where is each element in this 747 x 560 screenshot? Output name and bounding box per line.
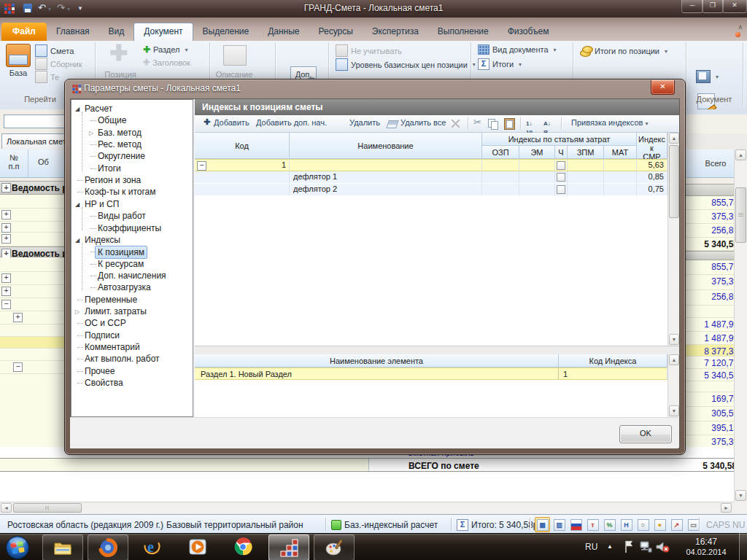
unlink-icon[interactable] [452,118,460,129]
expand-icon[interactable]: + [1,273,11,283]
col-mat-header[interactable]: МАТ [604,146,637,159]
expand-icon[interactable]: + [1,210,11,219]
tab-Экспертиза[interactable]: Экспертиза [363,23,428,41]
scroll-up-icon[interactable]: ▲ [669,133,679,144]
expand-icon[interactable]: + [1,234,11,244]
section-button[interactable]: ✚ Раздел ▾ [143,44,187,55]
element-row-name[interactable]: Раздел 1. Новый Раздел [195,368,559,380]
tree-expanded-icon[interactable]: ◢ [75,235,80,246]
dialog-close-button[interactable]: ✕ [651,80,675,95]
col-element-name-header[interactable]: Наименование элемента [195,354,559,368]
tree-item-Округление[interactable]: Округление [71,150,193,162]
tab-Выделение[interactable]: Выделение [193,23,259,41]
index-row-cell[interactable] [195,184,290,196]
scroll-down-icon[interactable]: ▼ [669,334,679,345]
col-smr-header[interactable]: Индекс кСМР [637,133,667,159]
grid-scroll-thumb[interactable] [669,145,679,218]
scroll-down-icon[interactable]: ▼ [669,405,679,416]
ie-icon[interactable]: e [133,534,172,559]
col-code-header[interactable]: Код [195,133,290,159]
col-ozp-header[interactable]: ОЗП [482,146,519,159]
tree-collapsed-icon[interactable]: ▷ [75,306,80,318]
col-group-header[interactable]: Индексы по статьям затрат [482,133,637,146]
network-icon[interactable] [639,540,652,555]
description-icon[interactable] [223,45,247,66]
close-button[interactable]: ✕ [722,0,747,13]
action-center-flag-icon[interactable] [623,540,635,556]
checkbox[interactable] [557,161,565,170]
index-row-cell[interactable] [555,171,568,184]
paste-icon[interactable] [504,118,515,131]
checkbox[interactable] [557,185,565,194]
tree-collapsed-icon[interactable]: ▷ [89,128,93,139]
clock-time[interactable]: 16:47 [683,537,729,547]
base-price-level-button[interactable]: Уровень базисных цен позиции ▾ [336,58,476,71]
collapse-icon[interactable]: − [1,300,11,309]
index-row-cell[interactable] [568,159,604,171]
scroll-right-icon[interactable]: ► [721,503,732,513]
add-button[interactable]: Добавить [214,118,249,127]
index-row-cell[interactable] [519,171,555,184]
tree-item-Комментарий[interactable]: Комментарий [71,341,193,353]
expand-icon[interactable]: + [1,183,11,192]
description-button-label[interactable]: Описание [212,70,257,79]
index-row-cell[interactable] [482,171,519,184]
grid-scrollbar[interactable]: ▲ ▼ [667,133,679,346]
tree-item-Виды работ[interactable]: Виды работ [71,210,193,222]
vscroll-thumb[interactable] [735,187,746,243]
row-collapse-icon[interactable]: − [197,161,206,171]
clock-date[interactable]: 04.02.2014 [683,548,729,556]
tree-item-Расчет[interactable]: ◢Расчет [71,103,193,114]
coins-icon[interactable]: ● [652,517,667,532]
col-em-header[interactable]: ЭМ [519,146,555,159]
index-row-cell[interactable] [482,184,519,196]
tab-Выполнение[interactable]: Выполнение [428,23,498,41]
tree-item-Общие[interactable]: Общие [71,114,193,126]
index-row-cell[interactable] [604,159,637,171]
element-row-code[interactable]: 1 [559,368,667,380]
tab-Вид[interactable]: Вид [99,23,134,41]
flag-ru-icon[interactable] [568,517,584,532]
tree-item-Подписи[interactable]: Подписи [71,330,193,341]
ton-icon[interactable]: т [585,517,600,532]
scroll-left-icon[interactable]: ◄ [1,503,12,513]
tree-item-Баз. метод[interactable]: ▷Баз. метод [71,127,193,139]
index-row-cell[interactable]: дефлятор 2 [290,184,482,196]
show-desktop-button[interactable] [739,533,747,560]
grid2-scrollbar[interactable]: ▲ ▼ [667,354,679,417]
tree-item-К ресурсам[interactable]: К ресурсам [71,258,193,270]
horizontal-scrollbar[interactable]: ◄ ► [0,502,734,514]
percent-icon[interactable]: % [602,517,617,532]
paint-icon[interactable] [314,534,355,560]
tree-item-Индексы[interactable]: ◢Индексы [71,234,193,246]
expand-icon[interactable]: + [13,313,23,322]
index-row-cell[interactable] [555,184,568,196]
index-row-cell[interactable]: дефлятор 1 [290,171,482,184]
hscroll-thumb[interactable] [13,503,82,513]
heading-button[interactable]: ✚ Заголовок [143,58,190,67]
index-binding-button[interactable]: Привязка индексов▾ [571,118,648,127]
position-button-label[interactable]: Позиция [98,70,143,79]
not-count-button[interactable]: Не учитывать [336,44,402,57]
tab-Ресурсы[interactable]: Ресурсы [309,23,363,41]
index-row-cell[interactable] [482,159,519,171]
index-row-cell[interactable] [519,159,555,171]
tree-item-ОС и ССР[interactable]: ОС и ССР [71,317,193,329]
doc-view-icon[interactable]: ▥ [551,517,567,532]
scroll-up-icon[interactable]: ▲ [669,354,679,365]
minimize-button[interactable]: ─ [681,0,703,13]
cut-icon[interactable]: ✂ [473,117,481,128]
scroll-up-icon[interactable]: ▲ [735,149,746,160]
index-row-cell[interactable]: 1 [195,159,290,171]
tree-item-Рес. метод[interactable]: Рес. метод [71,139,193,150]
totals-by-position-button[interactable]: Итоги по позиции ▾ [580,46,667,56]
nr-icon[interactable]: Н [619,517,634,532]
chart-icon[interactable]: ↗ [669,517,684,532]
index-row-cell[interactable] [604,184,637,196]
col-zpm-header[interactable]: ЗПМ [568,146,604,159]
tab-Данные[interactable]: Данные [258,23,309,41]
vertical-scrollbar[interactable]: ▲ ▼ [734,149,747,502]
document-check-button[interactable]: ▾ [696,70,719,83]
index-row-cell[interactable] [519,184,555,196]
delete-all-button[interactable]: Удалить все [400,118,446,127]
